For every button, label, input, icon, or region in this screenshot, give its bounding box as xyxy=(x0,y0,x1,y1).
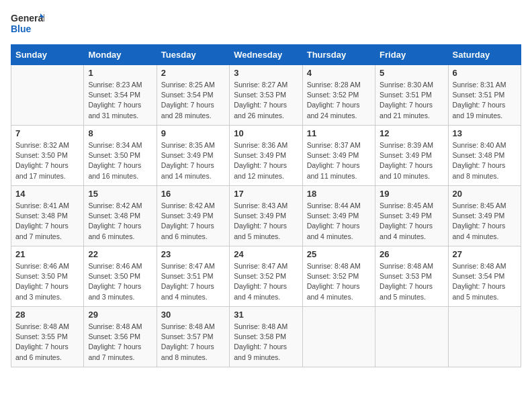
calendar-cell: 30Sunrise: 8:48 AMSunset: 3:57 PMDayligh… xyxy=(157,307,229,367)
cell-sun-info: Sunrise: 8:30 AMSunset: 3:51 PMDaylight:… xyxy=(380,80,443,121)
calendar-table: SundayMondayTuesdayWednesdayThursdayFrid… xyxy=(11,44,521,367)
calendar-cell: 12Sunrise: 8:39 AMSunset: 3:49 PMDayligh… xyxy=(375,126,448,186)
calendar-week-2: 7Sunrise: 8:32 AMSunset: 3:50 PMDaylight… xyxy=(11,126,521,186)
cell-sun-info: Sunrise: 8:48 AMSunset: 3:56 PMDaylight:… xyxy=(88,322,152,363)
page-header: General Blue xyxy=(11,11,521,38)
cell-sun-info: Sunrise: 8:37 AMSunset: 3:49 PMDaylight:… xyxy=(307,140,371,181)
cell-sun-info: Sunrise: 8:48 AMSunset: 3:57 PMDaylight:… xyxy=(161,322,225,363)
calendar-cell: 9Sunrise: 8:35 AMSunset: 3:49 PMDaylight… xyxy=(157,126,229,186)
cell-sun-info: Sunrise: 8:44 AMSunset: 3:49 PMDaylight:… xyxy=(307,201,371,242)
cell-sun-info: Sunrise: 8:48 AMSunset: 3:53 PMDaylight:… xyxy=(380,261,443,302)
svg-text:General: General xyxy=(11,13,44,24)
calendar-cell: 2Sunrise: 8:25 AMSunset: 3:54 PMDaylight… xyxy=(157,65,229,126)
day-number: 30 xyxy=(161,310,225,320)
day-number: 2 xyxy=(161,68,225,78)
calendar-cell: 7Sunrise: 8:32 AMSunset: 3:50 PMDaylight… xyxy=(11,126,84,186)
cell-sun-info: Sunrise: 8:23 AMSunset: 3:54 PMDaylight:… xyxy=(88,80,152,121)
logo: General Blue xyxy=(11,11,44,38)
svg-text:Blue: Blue xyxy=(11,24,32,34)
logo-svg: General Blue xyxy=(11,11,44,38)
calendar-cell: 23Sunrise: 8:47 AMSunset: 3:51 PMDayligh… xyxy=(157,246,229,307)
cell-sun-info: Sunrise: 8:43 AMSunset: 3:49 PMDaylight:… xyxy=(234,201,298,242)
weekday-header-wednesday: Wednesday xyxy=(230,45,302,65)
day-number: 22 xyxy=(88,249,152,259)
cell-sun-info: Sunrise: 8:46 AMSunset: 3:50 PMDaylight:… xyxy=(88,261,152,302)
day-number: 28 xyxy=(15,310,79,320)
day-number: 31 xyxy=(234,310,298,320)
calendar-cell: 10Sunrise: 8:36 AMSunset: 3:49 PMDayligh… xyxy=(230,126,302,186)
header-row: SundayMondayTuesdayWednesdayThursdayFrid… xyxy=(11,45,521,65)
calendar-cell xyxy=(375,307,448,367)
day-number: 8 xyxy=(88,128,152,138)
day-number: 5 xyxy=(380,68,443,78)
calendar-cell: 3Sunrise: 8:27 AMSunset: 3:53 PMDaylight… xyxy=(230,65,302,126)
day-number: 17 xyxy=(234,189,298,199)
cell-sun-info: Sunrise: 8:48 AMSunset: 3:55 PMDaylight:… xyxy=(15,322,79,363)
calendar-cell: 21Sunrise: 8:46 AMSunset: 3:50 PMDayligh… xyxy=(11,246,84,307)
calendar-cell: 18Sunrise: 8:44 AMSunset: 3:49 PMDayligh… xyxy=(302,186,375,246)
calendar-cell: 24Sunrise: 8:47 AMSunset: 3:52 PMDayligh… xyxy=(230,246,302,307)
weekday-header-monday: Monday xyxy=(84,45,157,65)
cell-sun-info: Sunrise: 8:27 AMSunset: 3:53 PMDaylight:… xyxy=(234,80,298,121)
day-number: 20 xyxy=(453,189,517,199)
calendar-week-4: 21Sunrise: 8:46 AMSunset: 3:50 PMDayligh… xyxy=(11,246,521,307)
cell-sun-info: Sunrise: 8:46 AMSunset: 3:50 PMDaylight:… xyxy=(15,261,79,302)
weekday-header-sunday: Sunday xyxy=(11,45,84,65)
weekday-header-thursday: Thursday xyxy=(302,45,375,65)
calendar-week-1: 1Sunrise: 8:23 AMSunset: 3:54 PMDaylight… xyxy=(11,65,521,126)
day-number: 12 xyxy=(380,128,443,138)
calendar-week-5: 28Sunrise: 8:48 AMSunset: 3:55 PMDayligh… xyxy=(11,307,521,367)
calendar-cell: 14Sunrise: 8:41 AMSunset: 3:48 PMDayligh… xyxy=(11,186,84,246)
calendar-cell: 20Sunrise: 8:45 AMSunset: 3:49 PMDayligh… xyxy=(448,186,521,246)
cell-sun-info: Sunrise: 8:32 AMSunset: 3:50 PMDaylight:… xyxy=(15,140,79,181)
cell-sun-info: Sunrise: 8:40 AMSunset: 3:48 PMDaylight:… xyxy=(453,140,517,181)
calendar-cell xyxy=(302,307,375,367)
cell-sun-info: Sunrise: 8:42 AMSunset: 3:49 PMDaylight:… xyxy=(161,201,225,242)
cell-sun-info: Sunrise: 8:47 AMSunset: 3:51 PMDaylight:… xyxy=(161,261,225,302)
day-number: 11 xyxy=(307,128,371,138)
cell-sun-info: Sunrise: 8:35 AMSunset: 3:49 PMDaylight:… xyxy=(161,140,225,181)
calendar-cell: 11Sunrise: 8:37 AMSunset: 3:49 PMDayligh… xyxy=(302,126,375,186)
day-number: 9 xyxy=(161,128,225,138)
calendar-cell: 31Sunrise: 8:48 AMSunset: 3:58 PMDayligh… xyxy=(230,307,302,367)
day-number: 10 xyxy=(234,128,298,138)
calendar-cell: 26Sunrise: 8:48 AMSunset: 3:53 PMDayligh… xyxy=(375,246,448,307)
calendar-cell: 13Sunrise: 8:40 AMSunset: 3:48 PMDayligh… xyxy=(448,126,521,186)
day-number: 3 xyxy=(234,68,298,78)
cell-sun-info: Sunrise: 8:47 AMSunset: 3:52 PMDaylight:… xyxy=(234,261,298,302)
day-number: 29 xyxy=(88,310,152,320)
calendar-cell xyxy=(448,307,521,367)
day-number: 7 xyxy=(15,128,79,138)
day-number: 21 xyxy=(15,249,79,259)
calendar-cell: 25Sunrise: 8:48 AMSunset: 3:52 PMDayligh… xyxy=(302,246,375,307)
day-number: 19 xyxy=(380,189,443,199)
cell-sun-info: Sunrise: 8:31 AMSunset: 3:51 PMDaylight:… xyxy=(453,80,517,121)
calendar-cell: 6Sunrise: 8:31 AMSunset: 3:51 PMDaylight… xyxy=(448,65,521,126)
calendar-week-3: 14Sunrise: 8:41 AMSunset: 3:48 PMDayligh… xyxy=(11,186,521,246)
cell-sun-info: Sunrise: 8:48 AMSunset: 3:52 PMDaylight:… xyxy=(307,261,371,302)
day-number: 14 xyxy=(15,189,79,199)
day-number: 24 xyxy=(234,249,298,259)
calendar-cell xyxy=(11,65,84,126)
calendar-cell: 5Sunrise: 8:30 AMSunset: 3:51 PMDaylight… xyxy=(375,65,448,126)
day-number: 23 xyxy=(161,249,225,259)
calendar-cell: 29Sunrise: 8:48 AMSunset: 3:56 PMDayligh… xyxy=(84,307,157,367)
calendar-cell: 8Sunrise: 8:34 AMSunset: 3:50 PMDaylight… xyxy=(84,126,157,186)
day-number: 1 xyxy=(88,68,152,78)
calendar-cell: 27Sunrise: 8:48 AMSunset: 3:54 PMDayligh… xyxy=(448,246,521,307)
day-number: 26 xyxy=(380,249,443,259)
cell-sun-info: Sunrise: 8:36 AMSunset: 3:49 PMDaylight:… xyxy=(234,140,298,181)
cell-sun-info: Sunrise: 8:39 AMSunset: 3:49 PMDaylight:… xyxy=(380,140,443,181)
calendar-cell: 28Sunrise: 8:48 AMSunset: 3:55 PMDayligh… xyxy=(11,307,84,367)
day-number: 27 xyxy=(453,249,517,259)
calendar-cell: 4Sunrise: 8:28 AMSunset: 3:52 PMDaylight… xyxy=(302,65,375,126)
cell-sun-info: Sunrise: 8:28 AMSunset: 3:52 PMDaylight:… xyxy=(307,80,371,121)
day-number: 18 xyxy=(307,189,371,199)
calendar-cell: 15Sunrise: 8:42 AMSunset: 3:48 PMDayligh… xyxy=(84,186,157,246)
cell-sun-info: Sunrise: 8:48 AMSunset: 3:54 PMDaylight:… xyxy=(453,261,517,302)
cell-sun-info: Sunrise: 8:42 AMSunset: 3:48 PMDaylight:… xyxy=(88,201,152,242)
weekday-header-saturday: Saturday xyxy=(448,45,521,65)
weekday-header-tuesday: Tuesday xyxy=(157,45,229,65)
day-number: 6 xyxy=(453,68,517,78)
day-number: 25 xyxy=(307,249,371,259)
